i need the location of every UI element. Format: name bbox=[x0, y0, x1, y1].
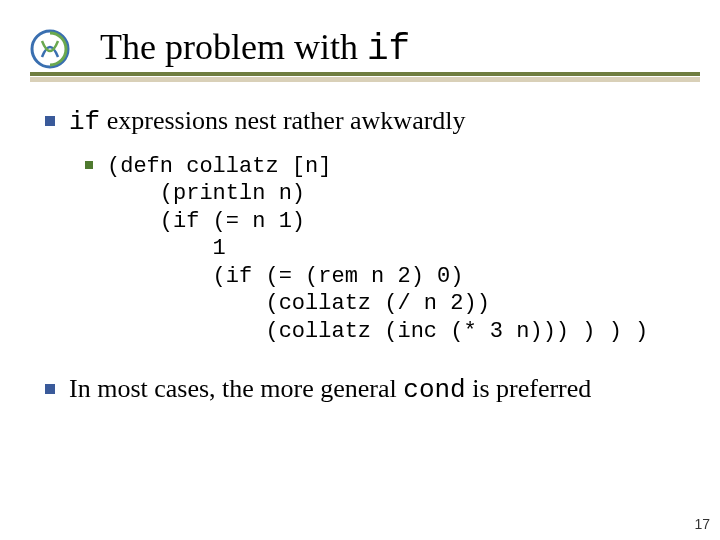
bullet-level2: (defn collatz [n] (println n) (if (= n 1… bbox=[85, 153, 690, 346]
title-underline-shadow bbox=[30, 77, 700, 82]
code-line: (collatz (/ n 2)) bbox=[107, 291, 490, 316]
title-row: The problem with if bbox=[30, 28, 700, 70]
svg-point-0 bbox=[32, 31, 68, 67]
bullet-small-square-icon bbox=[85, 161, 93, 169]
slide-title: The problem with if bbox=[100, 28, 410, 70]
slide: The problem with if if expressions nest … bbox=[0, 0, 720, 540]
bullet1-rest: expressions nest rather awkwardly bbox=[100, 106, 465, 135]
code-block: (defn collatz [n] (println n) (if (= n 1… bbox=[107, 153, 648, 346]
title-underline bbox=[30, 72, 700, 76]
code-line: (collatz (inc (* 3 n))) ) ) ) bbox=[107, 319, 648, 344]
code-line: (if (= n 1) bbox=[107, 209, 305, 234]
bullet1-text: if expressions nest rather awkwardly bbox=[69, 105, 466, 139]
bullet1-code: if bbox=[69, 107, 100, 137]
bullet2-code: cond bbox=[403, 375, 465, 405]
code-line: (if (= (rem n 2) 0) bbox=[107, 264, 463, 289]
clojure-logo-icon bbox=[30, 29, 70, 69]
bullet-square-icon bbox=[45, 116, 55, 126]
title-prefix: The problem with bbox=[100, 27, 367, 67]
bullet2-suffix: is preferred bbox=[466, 374, 592, 403]
bullet2-text: In most cases, the more general cond is … bbox=[69, 373, 591, 407]
bullet-level1: if expressions nest rather awkwardly bbox=[45, 105, 690, 139]
slide-body: if expressions nest rather awkwardly (de… bbox=[45, 105, 690, 421]
title-code: if bbox=[367, 29, 410, 70]
bullet2-prefix: In most cases, the more general bbox=[69, 374, 403, 403]
bullet-square-icon bbox=[45, 384, 55, 394]
page-number: 17 bbox=[694, 516, 710, 532]
code-line: (defn collatz [n] bbox=[107, 154, 331, 179]
code-line: 1 bbox=[107, 236, 226, 261]
bullet-level1: In most cases, the more general cond is … bbox=[45, 373, 690, 407]
code-line: (println n) bbox=[107, 181, 305, 206]
